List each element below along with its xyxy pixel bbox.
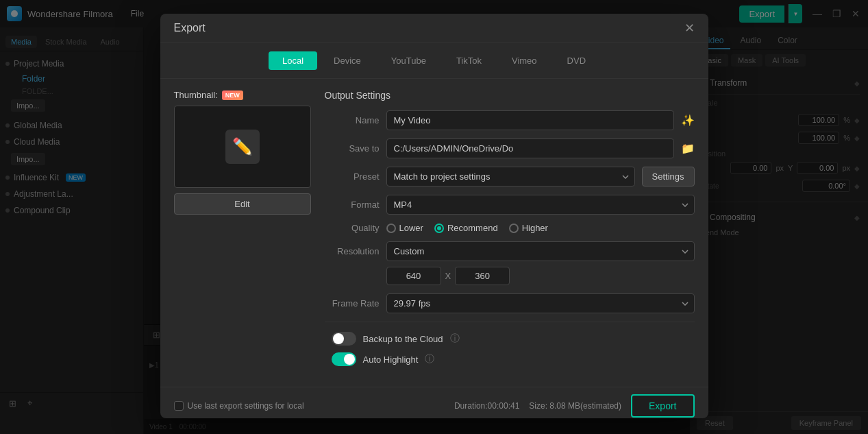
quality-label: Quality bbox=[325, 223, 380, 233]
thumbnail-label: Thumbnail: NEW bbox=[174, 90, 311, 100]
output-title: Output Settings bbox=[325, 90, 695, 101]
dialog-title-bar: Export ✕ bbox=[160, 14, 708, 43]
thumbnail-box: ✏️ bbox=[174, 106, 311, 188]
quality-higher-label: Higher bbox=[522, 223, 548, 233]
quality-recommend-radio[interactable] bbox=[434, 224, 444, 233]
dialog-title: Export bbox=[174, 22, 206, 34]
quality-higher-option[interactable]: Higher bbox=[509, 223, 548, 233]
thumbnail-new-badge: NEW bbox=[222, 91, 243, 100]
dialog-overlay: Export ✕ Local Device YouTube TikTok Vim… bbox=[0, 0, 868, 434]
thumbnail-pencil-icon: ✏️ bbox=[225, 130, 260, 164]
quality-lower-label: Lower bbox=[399, 223, 423, 233]
ai-name-button[interactable]: ✨ bbox=[681, 114, 695, 127]
highlight-toggle[interactable] bbox=[332, 352, 356, 366]
format-select[interactable]: MP4 bbox=[386, 195, 695, 215]
format-label: Format bbox=[325, 200, 380, 210]
backup-toggle-row: Backup to the Cloud ⓘ bbox=[325, 332, 695, 346]
edit-thumbnail-button[interactable]: Edit bbox=[174, 193, 311, 215]
save-path-input[interactable] bbox=[386, 138, 674, 158]
save-to-label: Save to bbox=[325, 143, 380, 154]
resolution-label: Resolution bbox=[325, 246, 380, 256]
backup-knob bbox=[333, 333, 344, 344]
preset-label: Preset bbox=[325, 171, 380, 182]
framerate-row: Frame Rate 29.97 fps bbox=[325, 293, 695, 313]
tab-local[interactable]: Local bbox=[269, 51, 317, 70]
tab-tiktok[interactable]: TikTok bbox=[443, 51, 495, 70]
framerate-select[interactable]: 29.97 fps bbox=[386, 293, 695, 313]
tab-device[interactable]: Device bbox=[320, 51, 375, 70]
res-height-input[interactable] bbox=[455, 267, 510, 285]
dialog-tabs: Local Device YouTube TikTok Vimeo DVD bbox=[160, 43, 708, 79]
dialog-close-button[interactable]: ✕ bbox=[684, 22, 695, 34]
preset-select[interactable]: Match to project settings bbox=[386, 167, 635, 186]
highlight-help-icon[interactable]: ⓘ bbox=[425, 353, 434, 365]
resolution-select[interactable]: Custom bbox=[386, 241, 695, 261]
name-label: Name bbox=[325, 115, 380, 125]
thumbnail-section: Thumbnail: NEW ✏️ Edit bbox=[174, 90, 311, 373]
highlight-toggle-row: Auto Highlight ⓘ bbox=[325, 352, 695, 366]
last-settings-label: Use last export settings for local bbox=[188, 401, 304, 411]
dialog-footer: Use last export settings for local Durat… bbox=[160, 387, 708, 427]
quality-higher-radio[interactable] bbox=[509, 224, 519, 233]
quality-lower-radio[interactable] bbox=[386, 224, 396, 233]
footer-right: Duration:00:00:41 Size: 8.08 MB(estimate… bbox=[454, 394, 695, 418]
highlight-label: Auto Highlight bbox=[363, 354, 419, 365]
quality-radio-group: Lower Recommend Higher bbox=[386, 223, 548, 233]
browse-folder-button[interactable]: 📁 bbox=[681, 142, 695, 155]
framerate-label: Frame Rate bbox=[325, 298, 380, 309]
dialog-body: Thumbnail: NEW ✏️ Edit Output Settings N… bbox=[160, 79, 708, 384]
backup-toggle[interactable] bbox=[332, 332, 356, 346]
footer-left: Use last export settings for local bbox=[174, 401, 304, 411]
highlight-knob bbox=[344, 354, 355, 365]
resolution-inputs: X bbox=[386, 267, 695, 285]
preset-row: Preset Match to project settings Setting… bbox=[325, 167, 695, 186]
format-row: Format MP4 bbox=[325, 195, 695, 215]
res-x-label: X bbox=[445, 271, 451, 281]
backup-label: Backup to the Cloud bbox=[363, 334, 443, 344]
quality-lower-option[interactable]: Lower bbox=[386, 223, 423, 233]
dialog-divider bbox=[325, 322, 695, 322]
name-input[interactable] bbox=[386, 110, 674, 130]
export-main-button[interactable]: Export bbox=[631, 394, 694, 418]
settings-button[interactable]: Settings bbox=[642, 167, 695, 186]
tab-vimeo[interactable]: Vimeo bbox=[498, 51, 551, 70]
duration-info: Duration:00:00:41 bbox=[454, 401, 519, 411]
tab-youtube[interactable]: YouTube bbox=[377, 51, 440, 70]
quality-row: Quality Lower Recommend Higher bbox=[325, 223, 695, 233]
quality-recommend-label: Recommend bbox=[447, 223, 498, 233]
tab-dvd[interactable]: DVD bbox=[554, 51, 599, 70]
save-to-row: Save to 📁 bbox=[325, 138, 695, 158]
last-settings-checkbox[interactable] bbox=[174, 401, 184, 411]
quality-recommend-option[interactable]: Recommend bbox=[434, 223, 498, 233]
export-dialog: Export ✕ Local Device YouTube TikTok Vim… bbox=[160, 14, 708, 418]
resolution-row: Resolution Custom bbox=[325, 241, 695, 261]
backup-help-icon[interactable]: ⓘ bbox=[450, 333, 460, 345]
res-width-input[interactable] bbox=[386, 267, 441, 285]
output-section: Output Settings Name ✨ Save to 📁 Preset bbox=[325, 90, 695, 373]
name-row: Name ✨ bbox=[325, 110, 695, 130]
size-info: Size: 8.08 MB(estimated) bbox=[529, 401, 621, 411]
